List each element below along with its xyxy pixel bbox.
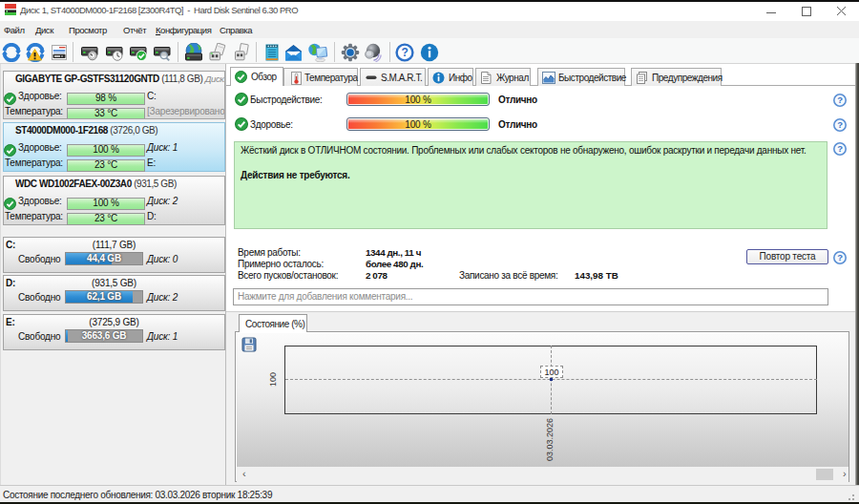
svg-text:?: ? <box>837 94 843 105</box>
svg-text:?: ? <box>401 46 408 59</box>
svg-text:?: ? <box>837 252 843 262</box>
svg-text:?: ? <box>837 119 843 130</box>
svg-text:?: ? <box>837 143 843 154</box>
